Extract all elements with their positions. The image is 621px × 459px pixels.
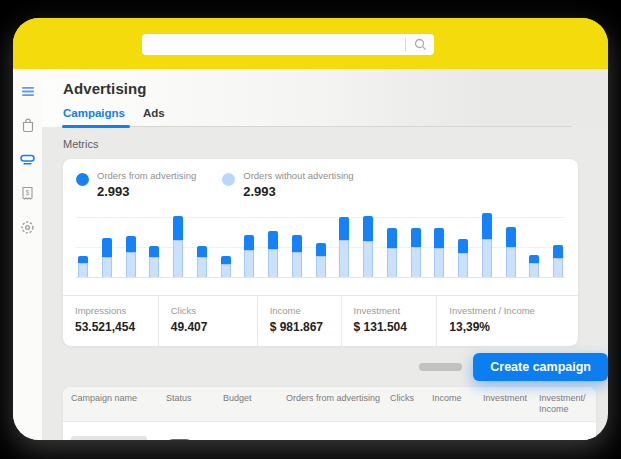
chart-bar — [102, 238, 112, 277]
bar-segment-orders-from-advertising — [244, 235, 254, 250]
bar-segment-orders-from-advertising — [506, 227, 516, 247]
chart-bar — [221, 256, 231, 277]
chart-bar — [363, 216, 373, 277]
menu-icon — [21, 86, 35, 97]
sidebar-item-settings[interactable] — [20, 219, 36, 235]
metrics-section-label: Metrics — [63, 138, 608, 150]
bar-segment-orders-from-advertising — [292, 235, 302, 252]
column-income: Income — [432, 393, 483, 404]
bar-segment-orders-without-advertising — [149, 257, 159, 277]
column-status: Status — [166, 393, 223, 404]
bar-segment-orders-from-advertising — [411, 228, 421, 247]
stat-income: Income $ 981.867 — [257, 296, 341, 346]
chart-bar — [553, 245, 563, 277]
column-clicks: Clicks — [390, 393, 432, 404]
bar-segment-orders-from-advertising — [316, 243, 326, 256]
app-window: $ Advertising Campaigns Ads — [13, 18, 608, 440]
content-area: Advertising Campaigns Ads Metrics — [42, 69, 608, 440]
sidebar-item-advertising[interactable] — [20, 151, 36, 167]
chart-bar — [149, 246, 159, 277]
bar-segment-orders-without-advertising — [244, 250, 254, 277]
chart-bar — [78, 256, 88, 277]
column-orders-from-advertising: Orders from advertising — [286, 393, 390, 404]
main-area: $ Advertising Campaigns Ads — [13, 69, 608, 440]
bar-segment-orders-without-advertising — [506, 247, 516, 277]
chart-bar — [387, 228, 397, 277]
bar-segment-orders-without-advertising — [482, 239, 492, 277]
column-investment: Investment — [483, 393, 539, 404]
stat-investment-income: Investment / Income 13,39% — [436, 296, 578, 346]
sidebar-item-billing[interactable]: $ — [20, 185, 36, 201]
search-icon — [414, 38, 427, 51]
search-button[interactable] — [406, 34, 434, 55]
create-campaign-button[interactable]: Create campaign — [473, 353, 608, 381]
bar-segment-orders-from-advertising — [434, 228, 444, 248]
sidebar: $ — [13, 69, 42, 440]
chart-bar — [529, 255, 539, 277]
legend-label: Orders without advertising — [243, 170, 353, 181]
tab-campaigns[interactable]: Campaigns — [63, 107, 125, 126]
stat-investment: Investment $ 131.504 — [341, 296, 437, 346]
column-investment-income: Investment/ Income — [539, 393, 587, 415]
action-row: Create campaign — [63, 353, 608, 381]
bar-segment-orders-from-advertising — [78, 256, 88, 263]
bar-segment-orders-without-advertising — [553, 258, 563, 277]
bar-segment-orders-without-advertising — [339, 240, 349, 277]
page-body: Metrics Orders from advertising 2.993 — [42, 127, 608, 440]
bar-segment-orders-without-advertising — [221, 264, 231, 277]
metrics-card: Orders from advertising 2.993 Orders wit… — [63, 159, 578, 346]
stat-clicks: Clicks 49.407 — [158, 296, 257, 346]
bar-segment-orders-from-advertising — [197, 246, 207, 257]
table-row — [63, 422, 596, 440]
chart-bar — [339, 217, 349, 277]
sidebar-item-orders[interactable] — [20, 117, 36, 133]
bar-segment-orders-from-advertising — [173, 216, 183, 240]
bar-segment-orders-without-advertising — [126, 252, 136, 277]
legend-value: 2.993 — [97, 184, 196, 199]
bar-segment-orders-without-advertising — [411, 247, 421, 277]
bar-segment-orders-without-advertising — [434, 248, 444, 277]
chart-bar — [316, 243, 326, 277]
legend-value: 2.993 — [243, 184, 353, 199]
legend-item-orders-without-advertising: Orders without advertising 2.993 — [222, 170, 353, 199]
chart-bar — [173, 216, 183, 277]
sidebar-item-menu[interactable] — [20, 83, 36, 99]
bar-segment-orders-from-advertising — [458, 239, 468, 253]
skeleton-campaign-name — [71, 436, 147, 440]
status-toggle[interactable] — [166, 439, 193, 440]
invoice-dollar-icon: $ — [21, 186, 34, 201]
skeleton-placeholder — [419, 363, 462, 371]
search-input[interactable] — [142, 39, 405, 51]
bar-segment-orders-from-advertising — [268, 231, 278, 249]
screen: $ Advertising Campaigns Ads — [0, 0, 621, 459]
bar-segment-orders-from-advertising — [221, 256, 231, 264]
bar-segment-orders-from-advertising — [126, 236, 136, 252]
column-budget: Budget — [223, 393, 286, 404]
table-header: Campaign name Status Budget Orders from … — [63, 387, 596, 422]
bar-segment-orders-without-advertising — [316, 256, 326, 277]
shopping-bag-icon — [21, 118, 35, 133]
chart-bar — [197, 246, 207, 277]
bar-segment-orders-without-advertising — [78, 263, 88, 277]
chart-bar — [458, 239, 468, 277]
chart-bar — [126, 236, 136, 277]
chart-bar — [482, 213, 492, 277]
bar-segment-orders-from-advertising — [387, 228, 397, 248]
bar-segment-orders-from-advertising — [553, 245, 563, 258]
chart-bar — [244, 235, 254, 277]
search-bar[interactable] — [142, 34, 434, 55]
legend-item-orders-from-advertising: Orders from advertising 2.993 — [76, 170, 196, 199]
chart-bar — [411, 228, 421, 277]
chart-legend: Orders from advertising 2.993 Orders wit… — [63, 159, 578, 202]
legend-dot-blue — [76, 173, 89, 186]
page-title: Advertising — [63, 80, 572, 97]
bar-segment-orders-without-advertising — [292, 252, 302, 277]
page-header: Advertising Campaigns Ads — [42, 69, 608, 127]
chart-bar — [268, 231, 278, 277]
stat-impressions: Impressions 53.521,454 — [63, 296, 158, 346]
bar-segment-orders-from-advertising — [149, 246, 159, 257]
tab-ads[interactable]: Ads — [143, 107, 165, 126]
svg-text:$: $ — [26, 188, 30, 195]
bar-segment-orders-from-advertising — [339, 217, 349, 240]
legend-dot-light-blue — [222, 173, 235, 186]
